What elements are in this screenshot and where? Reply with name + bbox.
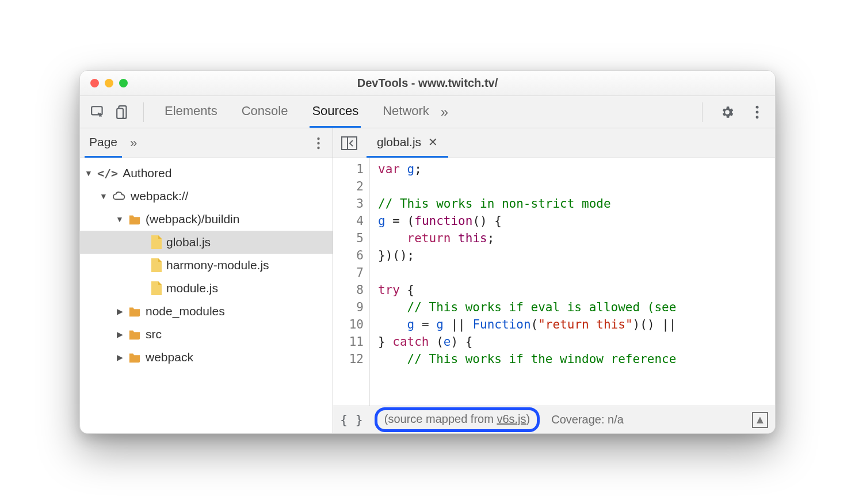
source-map-suffix: ) xyxy=(526,413,530,425)
file-icon xyxy=(150,235,162,249)
cloud-icon xyxy=(112,190,126,203)
editor-tabbar: global.js ✕ xyxy=(333,128,775,158)
show-drawer-icon[interactable]: ▲ xyxy=(752,412,768,428)
svg-rect-2 xyxy=(117,108,123,118)
pretty-print-icon[interactable]: { } xyxy=(340,413,363,427)
svg-point-7 xyxy=(317,142,319,144)
folder-icon xyxy=(128,306,141,317)
navigator-more-tabs-icon[interactable]: » xyxy=(130,136,137,151)
source-map-link[interactable]: v6s.js xyxy=(497,413,526,425)
tree-label: webpack:// xyxy=(131,189,188,203)
navigator-sidebar: Page » ▼ </> Authored ▼ xyxy=(80,128,333,433)
device-toolbar-icon[interactable] xyxy=(113,102,133,122)
folder-icon xyxy=(128,213,141,225)
window-title: DevTools - www.twitch.tv/ xyxy=(80,77,775,90)
tree-authored-root[interactable]: ▼ </> Authored xyxy=(80,162,333,185)
file-icon xyxy=(150,281,162,295)
kebab-menu-icon[interactable] xyxy=(747,102,767,122)
content-area: Page » ▼ </> Authored ▼ xyxy=(80,128,775,433)
chevron-down-icon: ▼ xyxy=(116,215,124,224)
tree-label: Authored xyxy=(123,166,171,180)
window-controls xyxy=(80,79,128,87)
zoom-window-button[interactable] xyxy=(119,79,128,87)
svg-point-5 xyxy=(756,116,759,119)
svg-point-3 xyxy=(756,105,759,108)
coverage-label: Coverage: n/a xyxy=(551,413,624,426)
chevron-right-icon: ▶ xyxy=(116,353,124,362)
main-tab-sources[interactable]: Sources xyxy=(310,96,361,128)
tree-domain[interactable]: ▼ webpack:// xyxy=(80,185,333,208)
main-tab-network[interactable]: Network xyxy=(380,96,432,128)
svg-point-6 xyxy=(317,137,319,139)
tree-label: (webpack)/buildin xyxy=(146,212,239,226)
separator xyxy=(143,102,144,122)
authored-icon: </> xyxy=(97,166,118,180)
chevron-down-icon: ▼ xyxy=(100,192,108,201)
tree-label: harmony-module.js xyxy=(166,258,269,272)
tree-file[interactable]: ▶module.js xyxy=(80,277,333,300)
tree-folder[interactable]: ▶node_modules xyxy=(80,300,333,323)
inspect-element-icon[interactable] xyxy=(88,102,108,122)
file-icon xyxy=(150,258,162,272)
file-tree: ▼ </> Authored ▼ webpack:// ▼ (webpack)/… xyxy=(80,158,333,433)
tree-folder-buildin[interactable]: ▼ (webpack)/buildin xyxy=(80,208,333,231)
editor-file-tab[interactable]: global.js ✕ xyxy=(367,128,448,158)
tree-label: node_modules xyxy=(146,304,225,318)
titlebar: DevTools - www.twitch.tv/ xyxy=(80,71,775,96)
settings-icon[interactable] xyxy=(717,102,737,122)
code-area[interactable]: 1 2 3 4 5 6 7 8 9 10 11 12 var g; // Thi… xyxy=(333,158,775,406)
toggle-navigator-icon[interactable] xyxy=(338,128,361,158)
tree-folder[interactable]: ▶webpack xyxy=(80,346,333,369)
line-gutter: 1 2 3 4 5 6 7 8 9 10 11 12 xyxy=(333,158,370,406)
close-tab-icon[interactable]: ✕ xyxy=(428,135,438,149)
close-window-button[interactable] xyxy=(90,79,99,87)
editor-footer: { } (source mapped from v6s.js) Coverage… xyxy=(333,406,775,433)
file-tab-label: global.js xyxy=(377,135,421,149)
chevron-right-icon: ▶ xyxy=(116,307,124,316)
main-tab-elements[interactable]: Elements xyxy=(162,96,220,128)
source-map-indicator: (source mapped from v6s.js) xyxy=(375,407,540,432)
chevron-down-icon: ▼ xyxy=(85,169,93,178)
tree-folder[interactable]: ▶src xyxy=(80,323,333,346)
editor-panel: global.js ✕ 1 2 3 4 5 6 7 8 9 10 11 12 v… xyxy=(333,128,775,433)
separator xyxy=(702,102,703,122)
main-tab-console[interactable]: Console xyxy=(239,96,291,128)
tree-label: global.js xyxy=(166,235,211,249)
code-text[interactable]: var g; // This works in non-strict mode … xyxy=(370,158,775,406)
minimize-window-button[interactable] xyxy=(105,79,113,87)
chevron-right-icon: ▶ xyxy=(116,330,124,339)
navigator-kebab-icon[interactable] xyxy=(308,133,328,153)
tree-label: src xyxy=(146,327,162,341)
tree-label: module.js xyxy=(166,281,218,295)
folder-icon xyxy=(128,352,141,363)
navigator-tabs: Page » xyxy=(80,128,333,158)
source-map-prefix: (source mapped from xyxy=(384,413,497,425)
more-tabs-icon[interactable]: » xyxy=(437,104,452,120)
svg-point-4 xyxy=(756,110,759,113)
main-toolbar: ElementsConsoleSourcesNetwork » xyxy=(80,96,775,128)
folder-icon xyxy=(128,329,141,340)
svg-point-8 xyxy=(317,146,319,148)
devtools-window: DevTools - www.twitch.tv/ ElementsConsol… xyxy=(79,70,776,434)
tree-file[interactable]: ▶harmony-module.js xyxy=(80,254,333,277)
tree-label: webpack xyxy=(146,350,193,364)
tree-file[interactable]: ▶global.js xyxy=(80,231,333,254)
navigator-tab-page[interactable]: Page xyxy=(85,128,122,158)
